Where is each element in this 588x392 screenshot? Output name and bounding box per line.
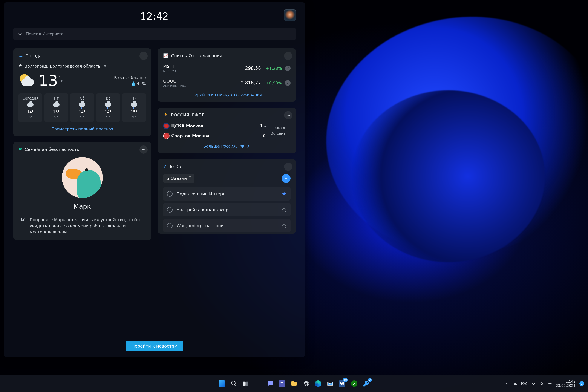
teams-button[interactable]: T xyxy=(277,378,287,389)
weather-forecast: Сегодня 14° 8° Пт 16° 9° Сб 14° xyxy=(18,94,146,122)
task-checkbox[interactable] xyxy=(167,207,172,212)
forecast-day[interactable]: Сб 14° 9° xyxy=(70,94,94,122)
forecast-day[interactable]: Пн 15° 9° xyxy=(122,94,146,122)
search-input[interactable] xyxy=(26,32,291,36)
stocks-icon: 📈 xyxy=(163,53,168,58)
todo-list-selector[interactable]: ⌂ Задачи ˅ xyxy=(163,174,194,183)
language-indicator[interactable]: РУС xyxy=(521,382,528,386)
taskbar-systray: РУС 12:42 23.09.2021 1 xyxy=(504,379,588,388)
forecast-lo: 9° xyxy=(71,115,93,119)
family-member-avatar[interactable] xyxy=(62,157,103,198)
todo-task[interactable]: Подключение Интерн… xyxy=(163,187,290,200)
edit-icon[interactable]: ✎ xyxy=(103,64,107,68)
edge-button[interactable] xyxy=(313,378,323,389)
stock-row[interactable]: GOOG ALPHABET INC. 2 818,77 +0,93% ✓ xyxy=(163,78,290,88)
forecast-day[interactable]: Вс 14° 9° xyxy=(96,94,120,122)
task-checkbox[interactable] xyxy=(167,223,172,228)
todo-task[interactable]: Настройка канала #up… xyxy=(163,203,290,216)
word-button[interactable]: W 10 xyxy=(337,378,347,389)
todo-title: To Do xyxy=(169,164,181,169)
forecast-hi: 14° xyxy=(19,110,42,114)
taskbar-pinned: T W 10 ✕ 2 xyxy=(217,378,371,389)
chevron-down-icon: ˅ xyxy=(189,176,191,181)
task-text: Wargaming - настроит… xyxy=(176,223,278,228)
wifi-icon[interactable] xyxy=(531,382,536,386)
widget-more-button[interactable]: ⋯ xyxy=(284,52,292,60)
file-explorer-button[interactable] xyxy=(289,378,299,389)
forecast-lo: 9° xyxy=(45,115,68,119)
sports-match[interactable]: ЦСКА Москва 1 Финал 20 сент. Спартак Мос… xyxy=(163,123,290,139)
todo-task[interactable]: Wargaming - настроит… xyxy=(163,219,290,232)
watchlist-link[interactable]: Перейти к списку отслеживания xyxy=(163,92,290,97)
weather-location[interactable]: Волгоград, Волгоградская область ✎ xyxy=(18,64,146,68)
sports-title: РОССИЯ. РФПЛ xyxy=(171,112,205,118)
onedrive-icon[interactable] xyxy=(513,382,517,386)
widgets-clock: 12:42 xyxy=(140,11,169,22)
notifications-button[interactable]: 1 xyxy=(580,381,584,386)
weather-link[interactable]: Посмотреть полный прогноз xyxy=(18,126,146,131)
forecast-day[interactable]: Пт 16° 9° xyxy=(44,94,68,122)
go-to-news-button[interactable]: Перейти к новостям xyxy=(126,341,183,351)
weather-current-icon xyxy=(18,73,34,88)
forecast-day-name: Пт xyxy=(45,96,68,100)
user-avatar[interactable] xyxy=(284,10,296,21)
weather-current: 13 °C °F В осн. облачно 💧44% xyxy=(18,73,146,88)
widget-more-button[interactable]: ⋯ xyxy=(284,163,292,171)
chat-button[interactable] xyxy=(265,378,275,389)
team-logo-icon xyxy=(163,132,170,139)
family-message: Попросите Марк подключить их устройство,… xyxy=(30,217,144,235)
forecast-day-name: Вс xyxy=(97,96,119,100)
family-safety-widget: ❤ Семейная безопасность ⋯ Марк Попросите… xyxy=(13,142,151,240)
widgets-taskbar-button[interactable] xyxy=(253,378,263,389)
stock-change: +1,28% xyxy=(264,66,282,71)
sports-icon: 🏃 xyxy=(163,112,168,118)
security-key-button[interactable]: 2 xyxy=(361,378,371,389)
taskbar-clock[interactable]: 12:42 23.09.2021 xyxy=(556,379,576,388)
stock-price: 2 818,77 xyxy=(241,80,261,86)
sports-link[interactable]: Больше Россия. РФПЛ xyxy=(163,144,290,148)
forecast-day-name: Сб xyxy=(71,96,93,100)
team-score: 0 xyxy=(258,134,267,138)
team-logo-icon xyxy=(163,123,170,129)
unit-celsius[interactable]: °C xyxy=(59,75,63,79)
taskbar: T W 10 ✕ 2 РУС 12:4 xyxy=(0,375,588,392)
home-outline-icon: ⌂ xyxy=(166,176,169,181)
check-icon: ✓ xyxy=(285,80,290,86)
taskbar-search-button[interactable] xyxy=(229,378,239,389)
task-view-button[interactable] xyxy=(241,378,251,389)
todo-filter-label: Задачи xyxy=(171,176,187,181)
svg-rect-1 xyxy=(246,382,248,386)
weather-widget: ☁ Погода ⋯ Волгоград, Волгоградская обла… xyxy=(13,48,151,136)
star-outline-icon[interactable] xyxy=(282,223,287,228)
weather-location-text: Волгоград, Волгоградская область xyxy=(24,64,100,68)
star-icon[interactable] xyxy=(282,191,287,196)
xbox-button[interactable]: ✕ xyxy=(349,378,359,389)
widget-more-button[interactable]: ⋯ xyxy=(140,52,148,60)
battery-icon[interactable] xyxy=(548,382,552,386)
stock-price: 298,58 xyxy=(245,66,261,71)
forecast-lo: 8° xyxy=(19,115,42,119)
unit-fahrenheit[interactable]: °F xyxy=(59,80,63,84)
stock-company: ALPHABET INC. xyxy=(163,84,238,88)
team-name: Спартак Москва xyxy=(171,134,258,138)
widget-more-button[interactable]: ⋯ xyxy=(140,146,148,154)
weather-icon: ☁ xyxy=(18,53,23,58)
star-outline-icon[interactable] xyxy=(282,207,287,212)
web-search-box[interactable] xyxy=(13,28,296,40)
taskbar-time: 12:42 xyxy=(556,379,576,384)
forecast-hi: 14° xyxy=(97,110,119,114)
settings-button[interactable] xyxy=(301,378,311,389)
forecast-day[interactable]: Сегодня 14° 8° xyxy=(18,94,42,122)
weather-condition: В осн. облачно xyxy=(114,75,146,80)
widget-more-button[interactable]: ⋯ xyxy=(284,111,292,119)
stock-row[interactable]: MSFT MICROSOFT … 298,58 +1,28% ✓ xyxy=(163,64,290,73)
stock-change: +0,93% xyxy=(264,80,282,85)
forecast-lo: 9° xyxy=(97,115,119,119)
start-button[interactable] xyxy=(217,378,227,389)
task-checkbox[interactable] xyxy=(167,191,172,197)
volume-icon[interactable] xyxy=(540,382,544,386)
tray-overflow-button[interactable] xyxy=(504,382,509,386)
add-task-button[interactable] xyxy=(282,174,290,183)
mail-button[interactable] xyxy=(325,378,335,389)
weather-temp: 13 xyxy=(39,73,58,88)
